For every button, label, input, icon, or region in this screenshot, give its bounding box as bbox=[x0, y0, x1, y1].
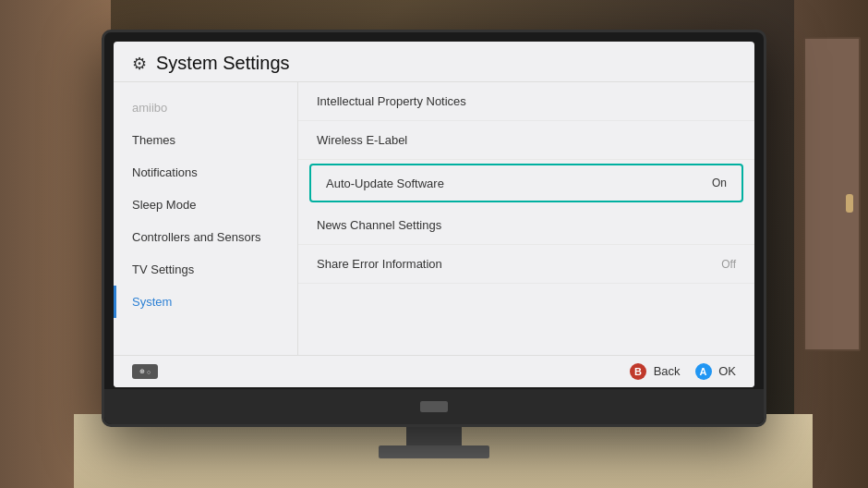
sidebar: amiibo Themes Notifications Sleep Mode C… bbox=[114, 82, 298, 355]
btn-a-badge: A bbox=[695, 363, 712, 380]
tv-screen: ⚙ System Settings amiibo Themes Notifica… bbox=[114, 42, 754, 387]
content-panel: Intellectual Property Notices Wireless E… bbox=[298, 82, 754, 355]
sidebar-item-controllers[interactable]: Controllers and Sensors bbox=[114, 221, 297, 253]
menu-item-label: Intellectual Property Notices bbox=[317, 94, 466, 108]
tv-stand-base bbox=[379, 445, 489, 458]
menu-item-label: Share Error Information bbox=[317, 257, 442, 271]
sidebar-item-sleep-mode[interactable]: Sleep Mode bbox=[114, 189, 297, 221]
tv-wrapper: ⚙ System Settings amiibo Themes Notifica… bbox=[102, 30, 766, 458]
menu-item-news-channel[interactable]: News Channel Settings bbox=[298, 206, 754, 245]
footer-buttons: B Back A OK bbox=[630, 363, 736, 380]
gear-icon: ⚙ bbox=[132, 54, 147, 74]
menu-item-wireless-e-label[interactable]: Wireless E-Label bbox=[298, 121, 754, 160]
sidebar-item-notifications[interactable]: Notifications bbox=[114, 156, 297, 189]
screen-footer: ⊕ ○ B Back A OK bbox=[114, 355, 754, 387]
btn-b-badge: B bbox=[630, 363, 646, 380]
sidebar-item-themes[interactable]: Themes bbox=[114, 124, 297, 156]
sidebar-item-tv-settings[interactable]: TV Settings bbox=[114, 253, 297, 286]
menu-item-value-off: Off bbox=[721, 258, 736, 271]
sidebar-item-system[interactable]: System bbox=[114, 286, 297, 318]
screen-body: amiibo Themes Notifications Sleep Mode C… bbox=[114, 82, 754, 355]
menu-item-label: News Channel Settings bbox=[317, 218, 441, 232]
back-button[interactable]: B Back bbox=[630, 363, 681, 380]
door-handle bbox=[846, 194, 853, 213]
menu-item-intellectual-property[interactable]: Intellectual Property Notices bbox=[298, 82, 754, 121]
screen-header: ⚙ System Settings bbox=[114, 42, 754, 82]
tv-bottom-bar bbox=[104, 389, 764, 424]
menu-item-label: Auto-Update Software bbox=[326, 177, 444, 190]
joy-con-icon: ⊕ ○ bbox=[132, 364, 158, 379]
footer-left: ⊕ ○ bbox=[132, 364, 158, 379]
menu-item-share-error[interactable]: Share Error Information Off bbox=[298, 245, 754, 284]
menu-item-value-on: On bbox=[712, 177, 727, 189]
menu-item-auto-update[interactable]: Auto-Update Software On bbox=[309, 164, 743, 202]
back-label: Back bbox=[654, 364, 681, 378]
ok-button[interactable]: A OK bbox=[695, 363, 736, 380]
door bbox=[803, 37, 861, 351]
menu-item-label: Wireless E-Label bbox=[317, 133, 407, 147]
sidebar-item-amiibo[interactable]: amiibo bbox=[114, 92, 297, 124]
tv-stand bbox=[379, 427, 489, 458]
screen-content: ⚙ System Settings amiibo Themes Notifica… bbox=[114, 42, 754, 387]
tv-logo bbox=[420, 401, 448, 412]
ok-label: OK bbox=[718, 364, 736, 378]
page-title: System Settings bbox=[156, 53, 290, 74]
tv-outer: ⚙ System Settings amiibo Themes Notifica… bbox=[102, 30, 766, 427]
tv-stand-neck bbox=[406, 427, 462, 445]
